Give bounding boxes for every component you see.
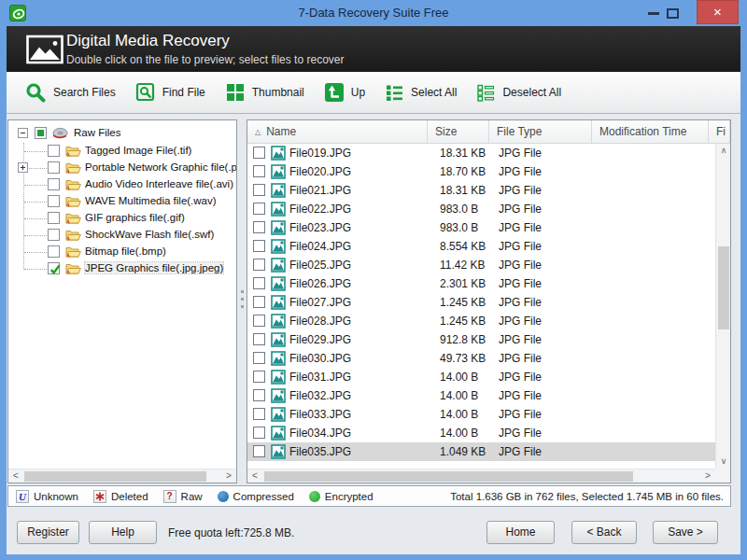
- tree-item-label: Audio Video Interleave file(.avi): [85, 178, 233, 189]
- table-row[interactable]: File028.JPG 1.245 KB JPG File: [247, 312, 715, 330]
- table-row[interactable]: File027.JPG 1.245 KB JPG File: [247, 293, 715, 312]
- expand-icon[interactable]: [18, 162, 28, 173]
- tree-horizontal-scrollbar[interactable]: < >: [8, 469, 236, 483]
- pane-splitter[interactable]: [238, 119, 246, 483]
- scroll-left-icon[interactable]: <: [247, 469, 262, 483]
- file-list-pane: △ Name Size File Type Modification Time …: [247, 119, 731, 483]
- table-row[interactable]: File020.JPG 18.70 KB JPG File: [247, 162, 715, 181]
- file-size: 983.0 B: [428, 203, 489, 216]
- table-row[interactable]: File019.JPG 18.31 KB JPG File: [247, 144, 715, 162]
- file-type-tree-pane: Raw Files Tagged Image File(.tif): [7, 119, 237, 483]
- table-row[interactable]: File031.JPG 14.00 B JPG File: [247, 368, 715, 386]
- table-row[interactable]: File022.JPG 983.0 B JPG File: [247, 200, 715, 218]
- save-button[interactable]: Save >: [653, 521, 718, 544]
- select-all-button[interactable]: Select All: [385, 83, 457, 103]
- find-file-button[interactable]: Find File: [135, 82, 205, 103]
- collapse-icon[interactable]: [18, 128, 28, 138]
- search-icon: [25, 82, 47, 104]
- tree-item[interactable]: Bitmap file(.bmp): [8, 244, 236, 260]
- register-button[interactable]: Register: [17, 521, 79, 544]
- row-checkbox[interactable]: [253, 147, 265, 159]
- thumbnail-button[interactable]: Thumbnail: [225, 82, 304, 103]
- row-checkbox[interactable]: [253, 277, 265, 289]
- row-checkbox[interactable]: [253, 371, 265, 383]
- tree-item-checkbox[interactable]: [48, 195, 60, 207]
- close-button[interactable]: ×: [697, 0, 739, 24]
- tree-item-checkbox[interactable]: [48, 212, 60, 224]
- column-header-clipped[interactable]: Fi: [709, 120, 730, 143]
- table-row[interactable]: File026.JPG 2.301 KB JPG File: [247, 274, 715, 293]
- up-button[interactable]: Up: [324, 82, 365, 103]
- home-button[interactable]: Home: [486, 521, 555, 544]
- table-row[interactable]: File033.JPG 14.00 B JPG File: [247, 405, 715, 424]
- file-name: File020.JPG: [289, 165, 351, 178]
- table-row[interactable]: File025.JPG 11.42 KB JPG File: [247, 256, 715, 274]
- row-checkbox[interactable]: [253, 296, 265, 308]
- table-row[interactable]: File023.JPG 983.0 B JPG File: [247, 218, 715, 237]
- help-button[interactable]: Help: [89, 521, 157, 544]
- table-row[interactable]: File032.JPG 14.00 B JPG File: [247, 386, 715, 405]
- deleted-icon: [93, 490, 106, 503]
- tree-root-raw-files[interactable]: Raw Files: [8, 125, 236, 143]
- tree-item-checkbox[interactable]: [48, 178, 60, 190]
- table-row[interactable]: File034.JPG 14.00 B JPG File: [247, 424, 715, 442]
- minimize-button[interactable]: [648, 12, 659, 15]
- tree-item[interactable]: WAVE Multimedia file(.wav): [8, 193, 236, 210]
- tree-item[interactable]: Audio Video Interleave file(.avi): [8, 176, 236, 193]
- tree-item-checkbox[interactable]: [48, 229, 60, 241]
- table-row[interactable]: File021.JPG 18.31 KB JPG File: [247, 181, 715, 200]
- row-checkbox[interactable]: [253, 165, 265, 177]
- scroll-left-icon[interactable]: <: [8, 469, 23, 483]
- row-checkbox[interactable]: [253, 259, 265, 271]
- row-checkbox[interactable]: [253, 240, 265, 252]
- row-checkbox[interactable]: [253, 352, 265, 364]
- vscroll-thumb[interactable]: [718, 246, 729, 329]
- header-banner: Digital Media Recovery Double click on t…: [7, 26, 740, 72]
- tree-item-checkbox[interactable]: [48, 145, 60, 157]
- table-horizontal-scrollbar[interactable]: < >: [247, 469, 715, 483]
- row-checkbox[interactable]: [253, 333, 265, 345]
- file-name: File025.JPG: [289, 259, 351, 272]
- tree-item[interactable]: Portable Network Graphic file(.p: [8, 160, 236, 176]
- deselect-all-button[interactable]: Deselect All: [476, 83, 561, 103]
- tree-item-checkbox[interactable]: [48, 262, 60, 274]
- file-type: JPG File: [489, 147, 592, 160]
- tree-hscroll-thumb[interactable]: [24, 471, 206, 482]
- tree-item[interactable]: Tagged Image File(.tif): [8, 143, 236, 160]
- table-row[interactable]: File024.JPG 8.554 KB JPG File: [247, 237, 715, 256]
- page-title: Digital Media Recovery: [66, 32, 230, 50]
- root-checkbox[interactable]: [35, 127, 47, 139]
- row-checkbox[interactable]: [253, 203, 265, 215]
- row-checkbox[interactable]: [253, 315, 265, 327]
- search-files-button[interactable]: Search Files: [25, 82, 116, 104]
- row-checkbox[interactable]: [253, 427, 265, 439]
- table-row[interactable]: File035.JPG 1.049 KB JPG File: [247, 442, 715, 461]
- row-checkbox[interactable]: [253, 408, 265, 420]
- scroll-right-icon[interactable]: >: [700, 469, 715, 483]
- maximize-button[interactable]: [667, 8, 679, 19]
- tree-item[interactable]: GIF graphics file(.gif): [8, 210, 236, 227]
- back-button[interactable]: < Back: [571, 521, 637, 544]
- tree-item-label: Tagged Image File(.tif): [85, 145, 191, 156]
- column-header-modification-time[interactable]: Modification Time: [592, 120, 709, 143]
- table-row[interactable]: File030.JPG 49.73 KB JPG File: [247, 349, 715, 368]
- scroll-down-icon[interactable]: ∨: [716, 455, 731, 469]
- scroll-right-icon[interactable]: >: [221, 469, 236, 483]
- row-checkbox[interactable]: [253, 184, 265, 196]
- vertical-scrollbar[interactable]: ∧ ∨: [715, 144, 730, 469]
- row-checkbox[interactable]: [253, 221, 265, 233]
- table-hscroll-thumb[interactable]: [264, 471, 633, 482]
- tree-item-checkbox[interactable]: [48, 245, 60, 258]
- image-file-icon: [271, 351, 286, 366]
- scroll-up-icon[interactable]: ∧: [716, 144, 731, 158]
- column-header-file-type[interactable]: File Type: [489, 120, 592, 143]
- column-header-name[interactable]: △ Name: [247, 120, 428, 143]
- row-checkbox[interactable]: [253, 445, 265, 457]
- tree-item-checkbox[interactable]: [48, 161, 60, 174]
- tree-item[interactable]: JPEG Graphics file(.jpg.jpeg): [8, 260, 236, 277]
- row-checkbox[interactable]: [253, 389, 265, 401]
- tree-item-label: ShockWave Flash file(.swf): [85, 229, 214, 240]
- tree-item[interactable]: ShockWave Flash file(.swf): [8, 227, 236, 244]
- table-row[interactable]: File029.JPG 912.8 KB JPG File: [247, 330, 715, 349]
- column-header-size[interactable]: Size: [428, 120, 489, 143]
